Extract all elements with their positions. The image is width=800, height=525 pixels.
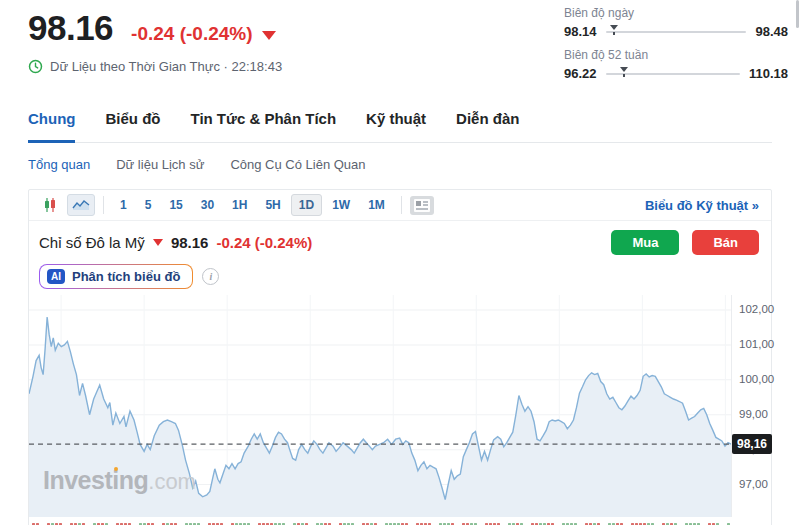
main-tabs: ChungBiểu đồTin Tức & Phân TíchKỹ thuậtD… bbox=[28, 110, 772, 143]
week52-range-label: Biên độ 52 tuần bbox=[564, 48, 788, 62]
week52-range-track bbox=[606, 73, 740, 75]
interval-5[interactable]: 5 bbox=[137, 194, 160, 216]
week52-range: Biên độ 52 tuần 96.22 110.18 bbox=[564, 48, 788, 81]
y-tick-97: 97,00 bbox=[739, 478, 768, 490]
tab-1[interactable]: Biểu đồ bbox=[105, 110, 160, 143]
ranges-panel: Biên độ ngày 98.14 98.48 Biên độ 52 tuần… bbox=[564, 6, 788, 90]
ai-row: AI Phân tích biểu đồ i bbox=[29, 258, 771, 291]
tab-2[interactable]: Tin Tức & Phân Tích bbox=[190, 110, 336, 143]
price-change: -0.24 (-0.24%) bbox=[131, 23, 252, 45]
interval-1[interactable]: 1 bbox=[112, 194, 135, 216]
day-range-track bbox=[606, 31, 747, 33]
tab-0[interactable]: Chung bbox=[28, 110, 75, 143]
clock-icon bbox=[28, 59, 43, 74]
candlestick-chart-icon[interactable] bbox=[37, 194, 63, 216]
instrument-header: 98.16 -0.24 (-0.24%) Dữ Liệu theo Thời G… bbox=[28, 8, 772, 90]
toolbar-divider bbox=[401, 196, 402, 214]
last-price-tag: 98,16 bbox=[732, 434, 772, 454]
y-tick-100: 100,00 bbox=[739, 373, 774, 385]
down-arrow-icon bbox=[153, 239, 163, 246]
sell-button[interactable]: Bán bbox=[692, 230, 759, 255]
day-range-marker-icon bbox=[610, 25, 618, 35]
toolbar-divider bbox=[103, 196, 104, 214]
ai-analysis-button[interactable]: AI Phân tích biểu đồ bbox=[39, 264, 193, 289]
subtab-1[interactable]: Dữ liệu Lịch sử bbox=[116, 157, 204, 172]
tab-3[interactable]: Kỹ thuật bbox=[366, 110, 426, 143]
instrument-name: Chỉ số Đô la Mỹ bbox=[39, 234, 145, 251]
sub-tabs: Tổng quanDữ liệu Lịch sửCông Cụ Có Liên … bbox=[28, 157, 772, 172]
technical-chart-link[interactable]: Biểu đồ Kỹ thuật » bbox=[645, 198, 763, 213]
week52-range-low: 96.22 bbox=[564, 66, 597, 81]
interval-1m[interactable]: 1M bbox=[360, 194, 393, 216]
tab-4[interactable]: Diễn đàn bbox=[456, 110, 519, 143]
chart-change: -0.24 (-0.24%) bbox=[216, 234, 312, 251]
chart-card: 1515301H5H1D1W1M Biểu đồ Kỹ thuật » Chỉ … bbox=[28, 189, 772, 525]
snapshot-icon[interactable] bbox=[410, 196, 434, 215]
page: 98.16 -0.24 (-0.24%) Dữ Liệu theo Thời G… bbox=[0, 0, 800, 525]
realtime-timestamp: Dữ Liệu theo Thời Gian Thực · 22:18:43 bbox=[50, 59, 282, 74]
current-price: 98.16 bbox=[28, 8, 113, 48]
price-chart: Investing.com 102,00101,00100,0099,0098,… bbox=[29, 295, 771, 517]
subtab-0[interactable]: Tổng quan bbox=[28, 157, 90, 172]
chart-price: 98.16 bbox=[171, 234, 209, 251]
subtab-2[interactable]: Công Cụ Có Liên Quan bbox=[230, 157, 365, 172]
interval-15[interactable]: 15 bbox=[161, 194, 190, 216]
volume-bars bbox=[29, 517, 731, 525]
price-down-arrow-icon bbox=[262, 31, 276, 40]
buy-button[interactable]: Mua bbox=[611, 230, 679, 255]
y-tick-99: 99,00 bbox=[739, 408, 768, 420]
interval-1h[interactable]: 1H bbox=[224, 194, 255, 216]
investing-watermark: Investing.com bbox=[43, 466, 196, 495]
chart-toolbar: 1515301H5H1D1W1M Biểu đồ Kỹ thuật » bbox=[29, 190, 771, 221]
page-scrollbar[interactable] bbox=[796, 0, 799, 28]
ai-analysis-label: Phân tích biểu đồ bbox=[72, 269, 180, 284]
interval-1d[interactable]: 1D bbox=[291, 194, 322, 216]
day-range: Biên độ ngày 98.14 98.48 bbox=[564, 6, 788, 39]
week52-range-marker-icon bbox=[620, 67, 628, 77]
chart-title-row: Chỉ số Đô la Mỹ 98.16 -0.24 (-0.24%) Mua… bbox=[29, 221, 771, 258]
day-range-high: 98.48 bbox=[755, 24, 788, 39]
y-tick-101: 101,00 bbox=[739, 338, 774, 350]
day-range-low: 98.14 bbox=[564, 24, 597, 39]
info-icon[interactable]: i bbox=[202, 268, 219, 285]
chart-plot-area[interactable]: Investing.com bbox=[29, 295, 731, 517]
interval-1w[interactable]: 1W bbox=[324, 194, 358, 216]
interval-30[interactable]: 30 bbox=[193, 194, 222, 216]
chart-y-axis: 102,00101,00100,0099,0098,0097,0098,16 bbox=[731, 295, 771, 517]
y-tick-102: 102,00 bbox=[739, 303, 774, 315]
day-range-label: Biên độ ngày bbox=[564, 6, 788, 20]
week52-range-high: 110.18 bbox=[749, 66, 788, 81]
volume-strip bbox=[29, 517, 771, 525]
ai-badge-icon: AI bbox=[47, 269, 65, 284]
interval-group: 1515301H5H1D1W1M bbox=[112, 194, 393, 216]
area-chart-icon[interactable] bbox=[67, 194, 95, 216]
interval-5h[interactable]: 5H bbox=[257, 194, 288, 216]
